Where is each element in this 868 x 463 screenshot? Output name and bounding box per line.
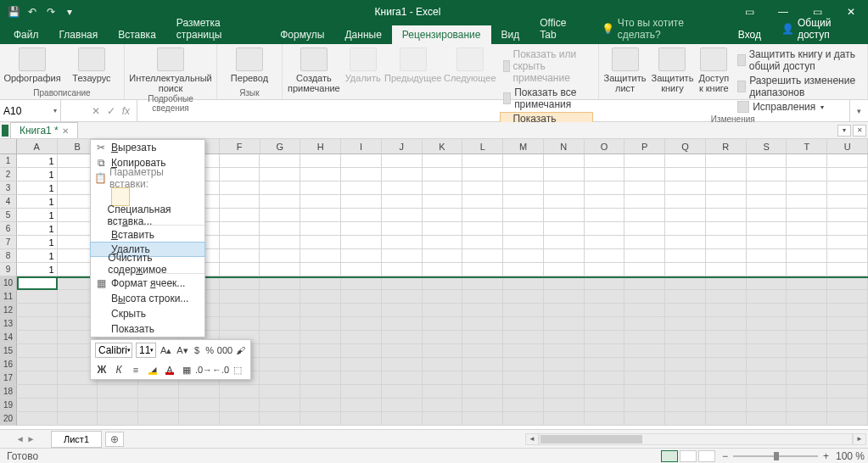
- cell[interactable]: [220, 290, 260, 304]
- cell[interactable]: [423, 358, 463, 371]
- enter-icon[interactable]: ✓: [107, 105, 115, 117]
- cell[interactable]: [382, 304, 423, 317]
- cell[interactable]: [300, 222, 341, 236]
- column-header[interactable]: G: [260, 139, 301, 154]
- cell[interactable]: [260, 385, 300, 399]
- cell[interactable]: [300, 371, 341, 385]
- cell[interactable]: [179, 385, 220, 399]
- cell[interactable]: [544, 168, 585, 181]
- cell[interactable]: [503, 181, 544, 195]
- cell[interactable]: [665, 317, 706, 331]
- cell[interactable]: [462, 154, 503, 168]
- cell[interactable]: [382, 181, 423, 195]
- cell[interactable]: [382, 195, 423, 209]
- cell[interactable]: [624, 236, 665, 249]
- cell[interactable]: [462, 195, 503, 209]
- protect-and-share-button[interactable]: Защитить книгу и дать общий доступ: [734, 47, 862, 73]
- cell[interactable]: [300, 399, 341, 412]
- cell[interactable]: [341, 249, 382, 263]
- cell[interactable]: [341, 399, 382, 412]
- row-header[interactable]: 18: [0, 385, 17, 399]
- cell[interactable]: [827, 399, 868, 412]
- cell[interactable]: [747, 276, 787, 290]
- cell[interactable]: [462, 276, 503, 290]
- row-header[interactable]: 15: [0, 344, 17, 358]
- cell[interactable]: [665, 209, 706, 222]
- cell[interactable]: [747, 412, 787, 426]
- cell[interactable]: [423, 304, 463, 317]
- cell[interactable]: [220, 317, 260, 331]
- cell[interactable]: [220, 209, 260, 222]
- cell[interactable]: 1: [17, 209, 58, 222]
- cell[interactable]: [423, 290, 463, 304]
- cell[interactable]: [220, 276, 260, 290]
- cell[interactable]: [544, 249, 585, 263]
- cell[interactable]: [341, 236, 382, 249]
- cell[interactable]: [827, 236, 868, 249]
- cell[interactable]: [300, 331, 341, 344]
- protect-sheet-button[interactable]: Защитить лист: [604, 46, 647, 93]
- cell[interactable]: [503, 385, 544, 399]
- cell[interactable]: [341, 412, 382, 426]
- cell[interactable]: [98, 412, 138, 426]
- cell[interactable]: [585, 154, 625, 168]
- cell[interactable]: [747, 195, 787, 209]
- cell[interactable]: [747, 222, 787, 236]
- cell[interactable]: [300, 168, 341, 181]
- cell[interactable]: [382, 263, 423, 276]
- cell[interactable]: [462, 236, 503, 249]
- cell[interactable]: [544, 344, 585, 358]
- cell[interactable]: [17, 317, 58, 331]
- cell[interactable]: [220, 385, 260, 399]
- ribbon-display-icon[interactable]: ▭: [732, 0, 766, 24]
- row-header[interactable]: 2: [0, 168, 17, 181]
- cell[interactable]: [624, 154, 665, 168]
- cell[interactable]: [382, 209, 423, 222]
- row-header[interactable]: 4: [0, 195, 17, 209]
- cell[interactable]: [787, 209, 827, 222]
- cell[interactable]: [260, 317, 300, 331]
- cell[interactable]: [665, 154, 706, 168]
- cell[interactable]: 1: [17, 168, 58, 181]
- cell[interactable]: [423, 209, 463, 222]
- cell[interactable]: [138, 399, 179, 412]
- cell[interactable]: [300, 412, 341, 426]
- cell[interactable]: [585, 344, 625, 358]
- cell[interactable]: [382, 399, 423, 412]
- cell[interactable]: [787, 399, 827, 412]
- cell[interactable]: [341, 290, 382, 304]
- prev-comment-button[interactable]: Предыдущее: [386, 46, 440, 83]
- cell[interactable]: [260, 236, 300, 249]
- cell[interactable]: [706, 181, 747, 195]
- cell[interactable]: [747, 399, 787, 412]
- cell[interactable]: [58, 412, 98, 426]
- cell[interactable]: [503, 195, 544, 209]
- protect-book-button[interactable]: Защитить книгу: [651, 46, 693, 93]
- cell[interactable]: [260, 209, 300, 222]
- menu-unhide[interactable]: Показать: [91, 321, 204, 337]
- cell[interactable]: [423, 399, 463, 412]
- tab-data[interactable]: Данные: [334, 25, 391, 44]
- comma-icon[interactable]: 000: [218, 343, 232, 357]
- cell[interactable]: [260, 399, 300, 412]
- increase-font-icon[interactable]: A▴: [160, 343, 172, 357]
- column-header[interactable]: N: [544, 139, 585, 154]
- cell[interactable]: [423, 181, 463, 195]
- cell[interactable]: [706, 263, 747, 276]
- new-sheet-button[interactable]: ⊕: [105, 432, 124, 447]
- cell[interactable]: [503, 263, 544, 276]
- cell[interactable]: [585, 399, 625, 412]
- cell[interactable]: [341, 168, 382, 181]
- cell[interactable]: [341, 317, 382, 331]
- cell[interactable]: [787, 304, 827, 317]
- percent-icon[interactable]: %: [204, 343, 215, 357]
- row-header[interactable]: 10: [0, 276, 17, 290]
- cell[interactable]: [260, 304, 300, 317]
- cell[interactable]: [260, 344, 300, 358]
- cell[interactable]: [17, 371, 58, 385]
- cell[interactable]: [423, 317, 463, 331]
- undo-icon[interactable]: ↶: [25, 5, 39, 19]
- cell[interactable]: [706, 290, 747, 304]
- format-painter-icon[interactable]: 🖌: [235, 343, 246, 357]
- cell[interactable]: [462, 399, 503, 412]
